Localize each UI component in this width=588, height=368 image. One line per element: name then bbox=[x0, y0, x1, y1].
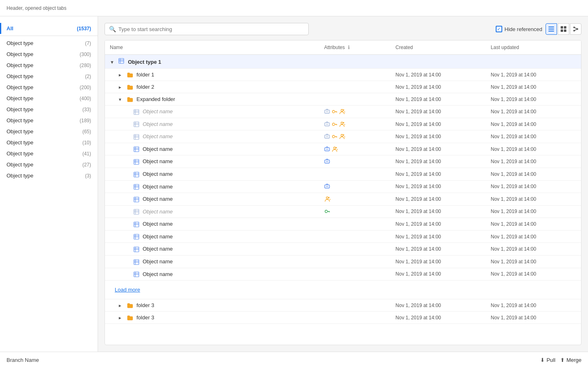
sidebar-item-12[interactable]: Object type (3) bbox=[0, 170, 98, 181]
sidebar-item-9[interactable]: Object type (10) bbox=[0, 137, 98, 148]
key-icon bbox=[332, 121, 337, 127]
name-cell: ► folder 3 bbox=[105, 312, 319, 324]
link-icon bbox=[324, 121, 330, 127]
row-icon bbox=[134, 209, 139, 215]
row-name: folder 3 bbox=[136, 314, 154, 321]
object-icon bbox=[134, 109, 139, 115]
view-tree-button[interactable] bbox=[570, 23, 581, 35]
table-row[interactable]: Object name Nov 1, 2019 at 14:00 Nov 1, … bbox=[105, 230, 581, 243]
sidebar-item-6[interactable]: Object type (33) bbox=[0, 104, 98, 115]
tree-toggle[interactable]: ► bbox=[118, 73, 124, 77]
table-row[interactable]: Object name Nov 1, 2019 at 14:00 Nov 1, … bbox=[105, 118, 581, 130]
sidebar-item-11[interactable]: Object type (27) bbox=[0, 159, 98, 170]
table-row[interactable]: Object name Nov 1, 2019 at 14:00 Nov 1, … bbox=[105, 180, 581, 193]
table-row[interactable]: Object name Nov 1, 2019 at 14:00 Nov 1, … bbox=[105, 243, 581, 256]
row-icon bbox=[127, 72, 133, 78]
row-icon bbox=[134, 134, 139, 140]
attr-cell bbox=[319, 155, 391, 168]
view-grid-button[interactable] bbox=[558, 23, 569, 35]
bottom-actions: ⬇ Pull ⬆ Merge bbox=[540, 357, 581, 363]
tree-toggle[interactable]: ► bbox=[118, 316, 124, 320]
key-icon bbox=[332, 134, 337, 139]
app-header: Header, opened object tabs bbox=[0, 0, 588, 16]
row-name: folder 3 bbox=[136, 302, 154, 308]
sidebar-item-all[interactable]: All (1537) bbox=[0, 23, 98, 34]
row-name: Object name bbox=[143, 221, 173, 227]
load-more-link[interactable]: Load more bbox=[110, 283, 576, 296]
name-cell: Object name bbox=[105, 255, 319, 268]
table-row[interactable]: Object name Nov 1, 2019 at 14:00 Nov 1, … bbox=[105, 143, 581, 155]
sidebar-item-5[interactable]: Object type (400) bbox=[0, 93, 98, 104]
table-row[interactable]: Object name Nov 1, 2019 at 14:00 Nov 1, … bbox=[105, 155, 581, 168]
table-row[interactable]: Object name Nov 1, 2019 at 14:00 Nov 1, … bbox=[105, 205, 581, 218]
hide-referenced-checkbox[interactable]: ✓ bbox=[496, 26, 502, 32]
row-icon bbox=[134, 109, 139, 115]
row-name: Object name bbox=[143, 184, 173, 190]
svg-rect-1 bbox=[548, 29, 554, 29]
pull-button[interactable]: ⬇ Pull bbox=[540, 357, 555, 363]
row-name: Object name bbox=[143, 233, 173, 240]
merge-button[interactable]: ⬆ Merge bbox=[560, 357, 581, 363]
table-row[interactable]: Object name Nov 1, 2019 at 14:00 Nov 1, … bbox=[105, 105, 581, 118]
sidebar-item-3[interactable]: Object type (2) bbox=[0, 71, 98, 82]
tree-toggle[interactable]: ▼ bbox=[118, 97, 124, 102]
table-row[interactable]: ► folder 2 Nov 1, 2019 at 14:00 Nov 1, 2… bbox=[105, 81, 581, 93]
user-icon bbox=[324, 196, 330, 202]
sidebar-item-count-12: (3) bbox=[85, 173, 91, 179]
updated-cell: Nov 1, 2019 at 14:00 bbox=[486, 118, 581, 130]
row-name: Object name bbox=[143, 171, 173, 177]
view-toggle bbox=[546, 23, 581, 35]
attr-icons bbox=[324, 109, 386, 114]
table-row[interactable]: Object name Nov 1, 2019 at 14:00 Nov 1, … bbox=[105, 193, 581, 206]
sidebar-item-2[interactable]: Object type (280) bbox=[0, 60, 98, 71]
table-row[interactable]: Object name Nov 1, 2019 at 14:00 Nov 1, … bbox=[105, 168, 581, 181]
updated-cell: Nov 1, 2019 at 14:00 bbox=[486, 312, 581, 324]
table-row[interactable]: ► folder 3 Nov 1, 2019 at 14:00 Nov 1, 2… bbox=[105, 299, 581, 312]
name-cell: ► folder 1 bbox=[105, 69, 319, 81]
tree-toggle[interactable]: ► bbox=[118, 85, 124, 90]
hide-referenced-toggle[interactable]: ✓ Hide referenced bbox=[496, 26, 543, 32]
load-more-row[interactable]: Load more bbox=[105, 280, 581, 299]
tree-toggle[interactable]: ► bbox=[118, 303, 124, 308]
sidebar-all-count: (1537) bbox=[77, 26, 91, 31]
link-icon bbox=[324, 134, 330, 139]
sidebar-item-7[interactable]: Object type (189) bbox=[0, 115, 98, 126]
sidebar-item-count-2: (280) bbox=[80, 63, 91, 68]
updated-cell: Nov 1, 2019 at 14:00 bbox=[486, 243, 581, 256]
svg-line-11 bbox=[574, 29, 577, 31]
view-list-button[interactable] bbox=[546, 23, 557, 35]
sidebar-item-label-10: Object type bbox=[7, 150, 33, 157]
group-toggle-icon[interactable]: ▼ bbox=[110, 60, 114, 65]
svg-point-57 bbox=[343, 135, 344, 136]
row-name: Object name bbox=[143, 158, 173, 164]
table-row[interactable]: ► folder 3 Nov 1, 2019 at 14:00 Nov 1, 2… bbox=[105, 312, 581, 324]
link-icon bbox=[324, 184, 330, 189]
table-row[interactable]: ► folder 1 Nov 1, 2019 at 14:00 Nov 1, 2… bbox=[105, 69, 581, 81]
name-cell: Object name bbox=[105, 243, 319, 256]
sidebar-item-count-9: (10) bbox=[82, 140, 91, 146]
sidebar-item-label-6: Object type bbox=[7, 106, 33, 112]
created-cell: Nov 1, 2019 at 14:00 bbox=[391, 180, 486, 193]
updated-cell: Nov 1, 2019 at 14:00 bbox=[486, 130, 581, 143]
col-name: Name bbox=[105, 40, 319, 55]
sidebar-item-10[interactable]: Object type (41) bbox=[0, 148, 98, 159]
search-box[interactable]: 🔍 bbox=[105, 23, 309, 35]
object-icon bbox=[134, 134, 139, 140]
table-row[interactable]: Object name Nov 1, 2019 at 14:00 Nov 1, … bbox=[105, 268, 581, 280]
link-icon bbox=[324, 146, 330, 152]
sidebar-item-4[interactable]: Object type (200) bbox=[0, 82, 98, 93]
table-row[interactable]: ▼ Expanded folder Nov 1, 2019 at 14:00 N… bbox=[105, 93, 581, 105]
table-header-row: Name Attributes ℹ Created Last updated bbox=[105, 40, 581, 55]
sidebar-item-label-12: Object type bbox=[7, 173, 33, 179]
col-created: Created bbox=[391, 40, 486, 55]
table-row[interactable]: Object name Nov 1, 2019 at 14:00 Nov 1, … bbox=[105, 255, 581, 268]
sidebar-item-8[interactable]: Object type (65) bbox=[0, 126, 98, 137]
updated-cell: Nov 1, 2019 at 14:00 bbox=[486, 155, 581, 168]
sidebar-item-0[interactable]: Object type (7) bbox=[0, 38, 98, 49]
sidebar-item-label-7: Object type bbox=[7, 117, 33, 123]
table-row[interactable]: Object name Nov 1, 2019 at 14:00 Nov 1, … bbox=[105, 218, 581, 231]
created-cell: Nov 1, 2019 at 14:00 bbox=[391, 81, 486, 93]
table-row[interactable]: Object name Nov 1, 2019 at 14:00 Nov 1, … bbox=[105, 130, 581, 143]
search-input[interactable] bbox=[118, 26, 304, 32]
sidebar-item-1[interactable]: Object type (300) bbox=[0, 49, 98, 60]
